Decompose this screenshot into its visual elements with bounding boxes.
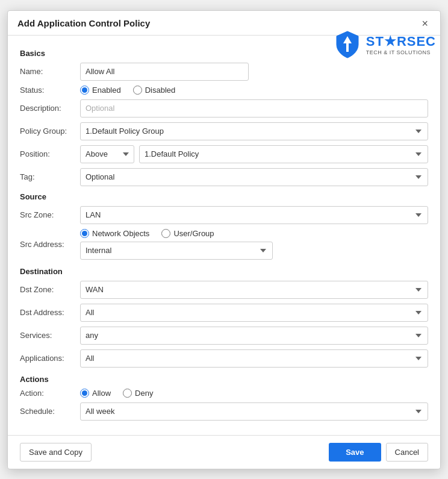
position-row: Position: Above 1.Default Policy: [20, 145, 428, 163]
position-policy-select[interactable]: 1.Default Policy: [139, 145, 428, 163]
src-address-block: Network Objects User/Group Internal: [80, 229, 428, 260]
dialog-footer: Save and Copy Save Cancel: [8, 435, 440, 469]
policy-group-row: Policy Group: 1.Default Policy Group: [20, 122, 428, 140]
dialog-body: Basics Name: Status: Enabled Disabled De: [8, 36, 440, 435]
status-disabled-option[interactable]: Disabled: [133, 86, 176, 95]
src-usergroup-option[interactable]: User/Group: [161, 229, 214, 238]
name-input[interactable]: [80, 63, 249, 81]
action-radio-group: Allow Deny: [80, 389, 153, 398]
src-zone-select[interactable]: LAN: [80, 206, 428, 224]
status-label: Status:: [20, 86, 80, 95]
status-enabled-option[interactable]: Enabled: [80, 86, 121, 95]
status-enabled-radio[interactable]: [80, 86, 89, 95]
src-address-radio-group: Network Objects User/Group: [80, 229, 428, 238]
logo-text: ST★RSEC TECH & IT SOLUTIONS: [366, 34, 436, 55]
action-deny-label: Deny: [135, 389, 153, 398]
add-policy-dialog: Add Application Control Policy × ST★RSEC…: [7, 10, 441, 469]
position-controls: Above 1.Default Policy: [80, 145, 428, 163]
logo-shield-icon: [335, 30, 360, 59]
dst-zone-select[interactable]: WAN: [80, 281, 428, 299]
services-select[interactable]: any: [80, 327, 428, 345]
policy-group-label: Policy Group:: [20, 127, 80, 136]
services-row: Services: any: [20, 327, 428, 345]
description-input[interactable]: [80, 99, 428, 117]
section-destination: Destination: [20, 267, 428, 276]
logo-subtitle: TECH & IT SOLUTIONS: [366, 49, 436, 55]
position-label: Position:: [20, 149, 80, 158]
status-disabled-radio[interactable]: [133, 86, 142, 95]
status-row: Status: Enabled Disabled: [20, 86, 428, 95]
action-allow-option[interactable]: Allow: [80, 389, 111, 398]
name-label: Name:: [20, 67, 80, 76]
applications-select[interactable]: All: [80, 349, 428, 368]
description-label: Description:: [20, 104, 80, 113]
dst-zone-row: Dst Zone: WAN: [20, 281, 428, 299]
position-above-select[interactable]: Above: [80, 145, 134, 163]
footer-right-buttons: Save Cancel: [329, 443, 428, 462]
schedule-label: Schedule:: [20, 407, 80, 416]
name-row: Name:: [20, 63, 428, 81]
src-network-label: Network Objects: [92, 229, 149, 238]
action-allow-label: Allow: [92, 389, 111, 398]
schedule-select[interactable]: All week: [80, 402, 428, 421]
src-network-objects-option[interactable]: Network Objects: [80, 229, 149, 238]
applications-row: Applications: All: [20, 349, 428, 368]
save-and-copy-button[interactable]: Save and Copy: [20, 443, 92, 462]
tag-label: Tag:: [20, 172, 80, 181]
tag-row: Tag: Optional: [20, 168, 428, 186]
src-address-row: Src Address: Network Objects User/Group …: [20, 229, 428, 260]
logo-name: ST★RSEC: [366, 34, 436, 49]
policy-group-select[interactable]: 1.Default Policy Group: [80, 122, 428, 140]
description-row: Description:: [20, 99, 428, 117]
dst-address-select[interactable]: All: [80, 304, 428, 322]
section-actions: Actions: [20, 375, 428, 384]
src-usergroup-label: User/Group: [173, 229, 214, 238]
section-source: Source: [20, 192, 428, 201]
src-network-radio[interactable]: [80, 229, 89, 238]
action-deny-radio[interactable]: [123, 389, 132, 398]
src-internal-select[interactable]: Internal: [80, 242, 273, 260]
dst-zone-label: Dst Zone:: [20, 285, 80, 294]
src-usergroup-radio[interactable]: [161, 229, 170, 238]
close-button[interactable]: ×: [419, 18, 431, 29]
save-button[interactable]: Save: [329, 443, 381, 462]
action-label: Action:: [20, 389, 80, 398]
dst-address-label: Dst Address:: [20, 308, 80, 317]
action-row: Action: Allow Deny: [20, 389, 428, 398]
tag-select[interactable]: Optional: [80, 168, 428, 186]
action-allow-radio[interactable]: [80, 389, 89, 398]
action-deny-option[interactable]: Deny: [123, 389, 153, 398]
dialog-title: Add Application Control Policy: [17, 18, 150, 28]
status-disabled-label: Disabled: [145, 86, 176, 95]
src-zone-row: Src Zone: LAN: [20, 206, 428, 224]
logo-area: ST★RSEC TECH & IT SOLUTIONS: [335, 30, 436, 59]
schedule-row: Schedule: All week: [20, 402, 428, 421]
src-zone-label: Src Zone:: [20, 210, 80, 219]
src-address-label: Src Address:: [20, 240, 80, 249]
dst-address-row: Dst Address: All: [20, 304, 428, 322]
applications-label: Applications:: [20, 354, 80, 363]
cancel-button[interactable]: Cancel: [386, 443, 428, 462]
status-radio-group: Enabled Disabled: [80, 86, 175, 95]
status-enabled-label: Enabled: [92, 86, 121, 95]
services-label: Services:: [20, 331, 80, 340]
